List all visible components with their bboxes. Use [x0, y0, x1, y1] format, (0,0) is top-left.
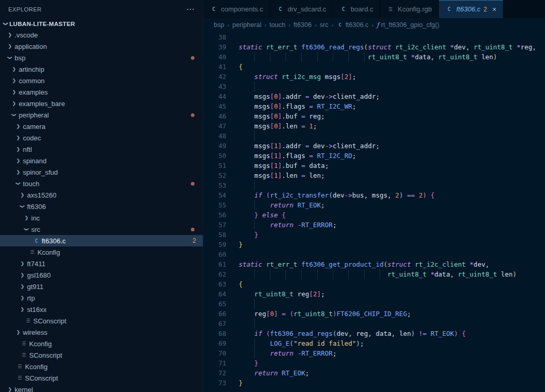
- code-line[interactable]: 39static rt_err_t ft6306_read_regs(struc…: [203, 42, 545, 52]
- chevron-right-icon[interactable]: ❯: [19, 284, 26, 289]
- chevron-right-icon[interactable]: ❯: [6, 32, 14, 37]
- line-number[interactable]: 56: [203, 210, 226, 220]
- line-number[interactable]: 54: [203, 190, 226, 200]
- tree-item-camera[interactable]: ❯camera: [0, 121, 203, 132]
- chevron-right-icon[interactable]: ❯: [19, 261, 26, 266]
- line-number[interactable]: 57: [203, 220, 226, 230]
- line-number[interactable]: 59: [203, 240, 226, 250]
- tab-kconfig-rgb[interactable]: ☰Kconfig.rgb: [380, 0, 439, 18]
- tree-item-axs15260[interactable]: ❯axs15260: [0, 189, 203, 201]
- chevron-right-icon[interactable]: ❯: [15, 330, 22, 335]
- more-actions-icon[interactable]: ⋯: [186, 5, 194, 14]
- code-line[interactable]: 48: [203, 131, 545, 141]
- breadcrumb-item-bsp[interactable]: bsp: [214, 21, 224, 29]
- line-number[interactable]: 48: [203, 131, 226, 141]
- chevron-right-icon[interactable]: ❯: [23, 215, 30, 220]
- tree-item-st16xx[interactable]: ❯st16xx: [0, 304, 203, 315]
- tree-item-rtp[interactable]: ❯rtp: [0, 292, 203, 304]
- tree-item-codec[interactable]: ❯codec: [0, 132, 203, 143]
- breadcrumb-item-peripheral[interactable]: peripheral: [232, 21, 262, 29]
- code-line[interactable]: 41{: [203, 62, 545, 72]
- tree-item-vscode[interactable]: ❯.vscode: [0, 29, 203, 41]
- line-number[interactable]: 42: [203, 72, 226, 82]
- code-line[interactable]: 68 if (ft6306_read_regs(dev, reg, data, …: [203, 329, 545, 338]
- line-number[interactable]: 50: [203, 151, 226, 161]
- chevron-right-icon[interactable]: ❯: [15, 135, 22, 140]
- code-line[interactable]: 43: [203, 82, 545, 92]
- tree-item-gsl1680[interactable]: ❯gsl1680: [0, 269, 203, 281]
- tree-item-bsp[interactable]: ❯bsp: [0, 52, 203, 63]
- code-line[interactable]: 52 msgs[1].len = len;: [203, 171, 545, 180]
- line-number[interactable]: 53: [203, 180, 226, 190]
- tab-components-c[interactable]: Ccomponents.c: [203, 0, 270, 18]
- line-number[interactable]: 46: [203, 111, 226, 121]
- code-line[interactable]: 44 msgs[0].addr = dev->client_addr;: [203, 92, 545, 101]
- line-number[interactable]: 41: [203, 62, 226, 72]
- chevron-down-icon[interactable]: ❯: [24, 226, 29, 233]
- code-line[interactable]: 47 msgs[0].len = 1;: [203, 121, 545, 131]
- line-number[interactable]: 44: [203, 92, 226, 101]
- tab-drv-sdcard-c[interactable]: Cdrv_sdcard.c: [270, 0, 333, 18]
- chevron-right-icon[interactable]: ❯: [19, 295, 26, 300]
- breadcrumb-item-touch[interactable]: touch: [269, 21, 286, 29]
- code-line[interactable]: 62 rt_uint8_t *data, rt_uint8_t len): [203, 269, 545, 279]
- tree-item-inc[interactable]: ❯inc: [0, 212, 203, 224]
- tree-item-examples-bare[interactable]: ❯examples_bare: [0, 98, 203, 109]
- code-line[interactable]: 61static rt_err_t ft6306_get_product_id(…: [203, 259, 545, 269]
- tree-item-nftl[interactable]: ❯nftl: [0, 143, 203, 155]
- code-line[interactable]: 46 msgs[0].buf = reg;: [203, 111, 545, 121]
- tree-item-application[interactable]: ❯application: [0, 41, 203, 52]
- code-line[interactable]: 49 msgs[1].addr = dev->client_addr;: [203, 141, 545, 151]
- line-number[interactable]: 47: [203, 121, 226, 131]
- line-number[interactable]: 63: [203, 279, 226, 289]
- tree-item-sconscript[interactable]: ☰SConscript: [0, 315, 203, 326]
- tree-item-wireless[interactable]: ❯wireless: [0, 326, 203, 338]
- chevron-right-icon[interactable]: ❯: [19, 307, 26, 312]
- code-line[interactable]: 56 } else {: [203, 210, 545, 220]
- tree-item-sconscript[interactable]: ☰SConscript: [0, 372, 203, 384]
- tree-item-peripheral[interactable]: ❯peripheral: [0, 109, 203, 121]
- tree-item-ft6306-c[interactable]: Cft6306.c2: [0, 235, 203, 246]
- line-number[interactable]: 67: [203, 319, 226, 329]
- code-line[interactable]: 38: [203, 32, 545, 42]
- code-line[interactable]: 50 msgs[1].flags = RT_I2C_RD;: [203, 151, 545, 161]
- tree-item-src[interactable]: ❯src: [0, 224, 203, 235]
- line-number[interactable]: 55: [203, 200, 226, 210]
- code-line[interactable]: 54 if (rt_i2c_transfer(dev->bus, msgs, 2…: [203, 190, 545, 200]
- tree-item-ft6306[interactable]: ❯ft6306: [0, 201, 203, 212]
- chevron-right-icon[interactable]: ❯: [15, 147, 22, 152]
- code-line[interactable]: 72 return RT_EOK;: [203, 368, 545, 378]
- tree-item-spinand[interactable]: ❯spinand: [0, 155, 203, 166]
- chevron-right-icon[interactable]: ❯: [10, 89, 18, 95]
- line-number[interactable]: 72: [203, 368, 226, 378]
- code-line[interactable]: 66 reg[0] = (rt_uint8_t)FT6206_CHIP_ID_R…: [203, 309, 545, 319]
- line-number[interactable]: 52: [203, 171, 226, 180]
- tree-item-gt911[interactable]: ❯gt911: [0, 281, 203, 292]
- line-number[interactable]: 73: [203, 378, 226, 388]
- line-number[interactable]: 66: [203, 309, 226, 319]
- code-line[interactable]: 45 msgs[0].flags = RT_I2C_WR;: [203, 101, 545, 111]
- line-number[interactable]: 60: [203, 250, 226, 259]
- chevron-right-icon[interactable]: ❯: [10, 101, 18, 106]
- chevron-right-icon[interactable]: ❯: [6, 44, 14, 49]
- chevron-right-icon[interactable]: ❯: [6, 387, 14, 392]
- line-number[interactable]: 65: [203, 299, 226, 309]
- tab-board-c[interactable]: Cboard.c: [333, 0, 380, 18]
- line-number[interactable]: 58: [203, 230, 226, 240]
- workspace-root[interactable]: ❯ LUBAN-LITE-MASTER: [0, 18, 203, 29]
- code-line[interactable]: 53: [203, 180, 545, 190]
- line-number[interactable]: 45: [203, 101, 226, 111]
- line-number[interactable]: 43: [203, 82, 226, 92]
- code-line[interactable]: 65: [203, 299, 545, 309]
- tree-item-kconfig[interactable]: ☰Kconfig: [0, 246, 203, 258]
- line-number[interactable]: 61: [203, 259, 226, 269]
- line-number[interactable]: 38: [203, 32, 226, 42]
- line-number[interactable]: 69: [203, 338, 226, 348]
- code-line[interactable]: 71 }: [203, 358, 545, 368]
- code-line[interactable]: 40 rt_uint8_t *data, rt_uint8_t len): [203, 52, 545, 62]
- breadcrumb-item-src[interactable]: src: [320, 21, 329, 29]
- code-line[interactable]: 63{: [203, 279, 545, 289]
- code-line[interactable]: 58 }: [203, 230, 545, 240]
- code-line[interactable]: 60: [203, 250, 545, 259]
- chevron-right-icon[interactable]: ❯: [19, 192, 26, 198]
